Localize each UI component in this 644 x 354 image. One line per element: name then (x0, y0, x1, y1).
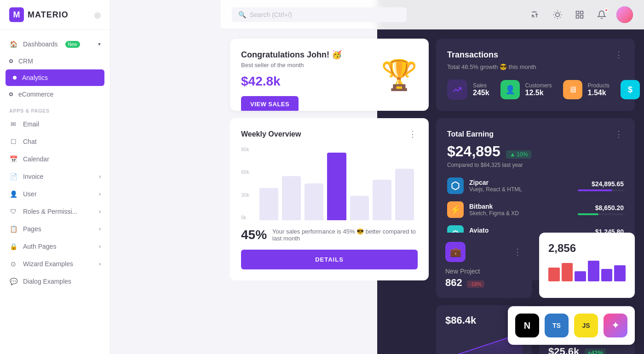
y-label-60k: 60k (241, 169, 249, 175)
apps-section-label: APPS & PAGES (0, 103, 110, 115)
arrow-icon: › (99, 173, 101, 180)
sidebar-item-dialog[interactable]: 💬 Dialog Examples (0, 273, 110, 290)
shield-icon: 🛡 (9, 207, 17, 216)
wizard-icon: ⊙ (9, 260, 17, 268)
new-project-label: New Project (445, 268, 523, 275)
sidebar-label-crm: CRM (18, 57, 33, 65)
bar-5 (350, 196, 369, 220)
sidebar-item-crm[interactable]: CRM (0, 53, 110, 69)
user-avatar[interactable] (616, 6, 633, 23)
pages-icon: 📋 (9, 225, 17, 233)
details-button[interactable]: DETAILS (241, 250, 418, 269)
notification-icon[interactable] (594, 7, 609, 22)
svg-rect-12 (581, 15, 583, 18)
svg-rect-11 (576, 15, 579, 18)
weekly-card: Weekly Overview ⋮ 90k 60k 30k 0k (230, 118, 429, 280)
translate-icon[interactable] (528, 7, 543, 22)
sidebar-label-dialog: Dialog Examples (23, 278, 71, 285)
earning-menu[interactable]: ⋮ (615, 129, 624, 139)
new-badge: New (65, 41, 80, 48)
products-icon: 🖥 (563, 80, 582, 99)
mini-bar-4 (588, 261, 599, 281)
revenue-icon: $ (621, 80, 640, 99)
sidebar-label-chat: Chat (23, 138, 37, 145)
weekly-footer: 45% Your sales performance is 45% 😎 bett… (241, 228, 418, 242)
sidebar-logo: M MATERIO ◎ (0, 0, 110, 30)
bar-2 (282, 176, 301, 220)
y-label-0k: 0k (241, 215, 249, 220)
bitbank-info: ⚡ Bitbank Sketch, Figma & XD (447, 201, 519, 218)
sidebar-item-pages[interactable]: 📋 Pages › (0, 220, 110, 238)
customers-icon: 👤 (500, 80, 520, 99)
javascript-logo: JS (574, 314, 598, 337)
dialog-icon: 💬 (9, 277, 17, 285)
svg-line-7 (555, 17, 555, 17)
search-placeholder: Search (Ctrl+/) (250, 11, 292, 18)
arrow-icon-5: › (99, 243, 101, 250)
sidebar-item-analytics[interactable]: Analytics (6, 69, 104, 86)
sidebar-label-auth: Auth Pages (23, 243, 56, 250)
new-project-card: 💼 ⋮ New Project 862 -18% (436, 233, 532, 298)
mini-bar-3 (575, 271, 586, 282)
bitbank-bar-fill (578, 213, 598, 215)
new-project-menu[interactable]: ⋮ (513, 247, 523, 257)
sidebar-item-user[interactable]: 👤 User › (0, 185, 110, 203)
bar-3 (305, 183, 323, 220)
weekly-profit-badge: +42% (585, 348, 606, 354)
sidebar-item-invoice[interactable]: 📄 Invoice › (0, 168, 110, 185)
avatar-image (616, 6, 633, 23)
sidebar-item-email[interactable]: ✉ Email (0, 115, 110, 133)
user-icon: 👤 (9, 190, 17, 198)
topbar-actions (528, 6, 633, 23)
sidebar-label-email: Email (23, 120, 39, 128)
growth-badge: ▲ 10% (506, 150, 531, 159)
sidebar-item-ecommerce[interactable]: eCommerce (0, 86, 110, 103)
svg-line-8 (560, 11, 560, 12)
chat-icon: ☐ (9, 137, 17, 146)
grid-icon[interactable] (572, 7, 587, 22)
earning-item-bitbank: ⚡ Bitbank Sketch, Figma & XD $8,650.20 (447, 201, 624, 218)
sidebar-item-wizard[interactable]: ⊙ Wizard Examples › (0, 255, 110, 273)
customers-value: 12.5k (525, 89, 552, 97)
bitbank-amount: $8,650.20 (578, 204, 624, 215)
sidebar-item-auth[interactable]: 🔒 Auth Pages › (0, 238, 110, 255)
sidebar-label-analytics: Analytics (22, 74, 48, 81)
earning-amount-row: $24,895 ▲ 10% (447, 143, 624, 160)
weekly-title: Weekly Overview (241, 130, 301, 138)
sun-icon[interactable] (550, 7, 565, 22)
earning-item-zipcar: Zipcar Vuejs, React & HTML $24,895.65 (447, 177, 624, 194)
sidebar-label-pages: Pages (23, 225, 41, 233)
transactions-stats: Sales 245k 👤 Customers 12.5k 🖥 P (447, 80, 624, 100)
transactions-card: Transactions ⋮ Total 48.5% growth 😎 this… (436, 39, 635, 111)
typescript-logo: TS (545, 314, 569, 337)
view-sales-button[interactable]: VIEW SALES (241, 96, 299, 111)
mini-bar-6 (614, 265, 626, 281)
bar-1 (259, 188, 278, 220)
sidebar-toggle-icon[interactable]: ◎ (94, 11, 101, 19)
zipcar-logo (447, 177, 464, 194)
zipcar-name: Zipcar (469, 179, 522, 186)
sidebar-item-dashboards[interactable]: 🏠 Dashboards New ▾ (0, 35, 110, 53)
arrow-icon-3: › (99, 208, 101, 215)
sidebar-item-calendar[interactable]: 📅 Calendar (0, 150, 110, 168)
svg-point-0 (556, 12, 559, 16)
chart-y-labels: 90k 60k 30k 0k (241, 147, 249, 220)
sidebar-item-chat[interactable]: ☐ Chat (0, 133, 110, 150)
bitbank-value: $8,650.20 (578, 204, 624, 211)
transactions-menu[interactable]: ⋮ (615, 50, 624, 60)
weekly-percentage: 45% (241, 228, 267, 242)
dot-icon-2 (9, 92, 13, 96)
stat-customers: 👤 Customers 12.5k (500, 80, 552, 100)
sidebar: M MATERIO ◎ 🏠 Dashboards New ▾ CRM Analy… (0, 0, 110, 354)
mini-bar-1 (548, 268, 560, 281)
arrow-icon-6: › (99, 261, 101, 267)
bitbank-name: Bitbank (469, 203, 519, 210)
weekly-profit-amount: $25.6k +42% (548, 346, 626, 354)
weekly-menu[interactable]: ⋮ (408, 129, 418, 139)
weekly-chart: 90k 60k 30k 0k (241, 147, 418, 220)
search-box[interactable]: 🔍 Search (Ctrl+/) (232, 7, 407, 22)
sidebar-item-roles[interactable]: 🛡 Roles & Permissi... › (0, 203, 110, 220)
svg-line-3 (555, 11, 555, 12)
nextjs-logo: N (515, 314, 539, 337)
svg-rect-9 (576, 11, 579, 14)
